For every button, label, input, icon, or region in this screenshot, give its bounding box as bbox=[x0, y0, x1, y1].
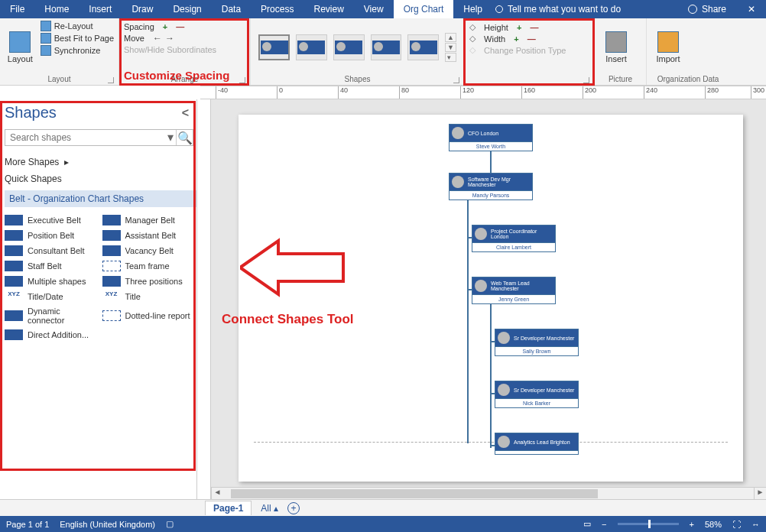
window-close[interactable]: ✕ bbox=[737, 4, 766, 15]
tab-process[interactable]: Process bbox=[251, 0, 303, 18]
status-language[interactable]: English (United Kingdom) bbox=[60, 520, 155, 529]
org-shape[interactable]: Sr Developer ManchesterSally Brown bbox=[495, 329, 579, 356]
org-shape-name: Steve Worth bbox=[450, 141, 532, 151]
tab-home[interactable]: Home bbox=[34, 0, 79, 18]
scroll-left-icon[interactable]: ◄ bbox=[211, 488, 223, 499]
best-fit-button[interactable]: Best Fit to Page bbox=[41, 33, 114, 44]
drawing-canvas[interactable]: CFO LondonSteve WorthSoftware Dev Mgr Ma… bbox=[197, 99, 766, 499]
macro-record-icon[interactable]: ▢ bbox=[166, 519, 174, 529]
presentation-mode-icon[interactable]: ▭ bbox=[583, 519, 591, 529]
relayout-button[interactable]: Re-Layout bbox=[41, 21, 114, 31]
zoom-level[interactable]: 58% bbox=[705, 520, 722, 529]
tab-data[interactable]: Data bbox=[212, 0, 251, 18]
annotation-box-wh bbox=[463, 18, 595, 86]
ribbon-tabs-bar: File Home Insert Draw Design Data Proces… bbox=[0, 0, 766, 18]
annotation-label-connect: Connect Shapes Tool bbox=[222, 312, 354, 327]
bulb-icon bbox=[495, 5, 503, 13]
org-shape[interactable]: CFO LondonSteve Worth bbox=[449, 124, 533, 151]
tab-review[interactable]: Review bbox=[303, 0, 353, 18]
org-shape-title: Software Dev Mgr Manchester bbox=[450, 174, 532, 190]
scroll-right-icon[interactable]: ► bbox=[754, 488, 766, 499]
group-label-picture: Picture bbox=[599, 73, 641, 85]
tell-me-label: Tell me what you want to do bbox=[508, 4, 621, 15]
org-shape[interactable]: Analytics Lead Brighton bbox=[495, 433, 579, 455]
shape-style-5[interactable] bbox=[407, 34, 439, 60]
group-label-shapes: Shapes bbox=[255, 73, 459, 85]
annotation-label-spacing: Customize Spacing bbox=[124, 69, 229, 82]
shape-style-3[interactable] bbox=[333, 34, 365, 60]
layout-button[interactable]: Layout bbox=[5, 21, 36, 73]
tab-draw[interactable]: Draw bbox=[122, 0, 163, 18]
share-button[interactable]: Share bbox=[677, 4, 737, 15]
org-shape-name: Nick Barker bbox=[495, 398, 578, 407]
org-shape[interactable]: Web Team Lead ManchesterJenny Green bbox=[472, 277, 556, 304]
status-bar: Page 1 of 1 English (United Kingdom) ▢ ▭… bbox=[0, 516, 766, 532]
org-shape-name: Mandy Parsons bbox=[450, 190, 532, 200]
fit-width-icon[interactable]: ↔ bbox=[751, 520, 760, 529]
scroll-thumb[interactable] bbox=[231, 489, 598, 498]
org-shape-title: Sr Developer Manchester bbox=[495, 329, 578, 346]
vertical-ruler bbox=[197, 99, 211, 499]
org-shape-title: Analytics Lead Brighton bbox=[495, 433, 578, 450]
layout-dialog-launcher[interactable] bbox=[108, 77, 114, 83]
page-tab-1[interactable]: Page-1 bbox=[205, 501, 252, 515]
tab-file[interactable]: File bbox=[0, 0, 34, 18]
insert-picture-button[interactable]: Insert bbox=[599, 21, 633, 73]
shape-style-2[interactable] bbox=[296, 34, 327, 60]
share-icon bbox=[688, 5, 697, 14]
insert-picture-icon bbox=[605, 31, 627, 53]
ribbon: Layout Re-Layout Best Fit to Page Synchr… bbox=[0, 18, 766, 86]
horizontal-ruler: -40 0 40 80 120 160 200 240 280 300 bbox=[200, 86, 766, 99]
org-shape[interactable]: Project Coordinator LondonClaire Lambert bbox=[472, 225, 556, 252]
org-shape-title: Project Coordinator London bbox=[472, 225, 555, 242]
share-label: Share bbox=[702, 4, 726, 15]
layout-icon bbox=[9, 31, 31, 53]
tell-me[interactable]: Tell me what you want to do bbox=[495, 4, 677, 15]
shape-style-1[interactable] bbox=[258, 34, 290, 60]
org-shape-title: Web Team Lead Manchester bbox=[472, 277, 555, 294]
org-shape-name: Jenny Green bbox=[472, 294, 555, 303]
tab-help[interactable]: Help bbox=[453, 0, 492, 18]
status-page: Page 1 of 1 bbox=[6, 520, 49, 529]
org-shape-name: Sally Brown bbox=[495, 346, 578, 355]
all-pages-button[interactable]: All ▴ bbox=[261, 503, 278, 514]
import-icon bbox=[657, 31, 679, 53]
org-shape-name bbox=[495, 450, 578, 454]
shapes-dialog-launcher[interactable] bbox=[453, 77, 459, 83]
import-button[interactable]: Import bbox=[651, 21, 685, 73]
add-page-button[interactable]: + bbox=[287, 502, 300, 514]
tab-view[interactable]: View bbox=[354, 0, 394, 18]
group-label-layout: Layout bbox=[5, 73, 114, 85]
sync-icon bbox=[41, 45, 51, 56]
org-shape-name: Claire Lambert bbox=[472, 242, 555, 251]
synchronize-button[interactable]: Synchronize bbox=[41, 45, 114, 56]
fit-page-icon[interactable]: ⛶ bbox=[732, 520, 741, 529]
relayout-icon bbox=[41, 21, 51, 31]
group-label-orgdata: Organization Data bbox=[651, 73, 725, 85]
tab-org-chart[interactable]: Org Chart bbox=[394, 0, 454, 18]
annotation-arrow bbox=[240, 237, 347, 298]
shapes-gallery-scroll[interactable]: ▲▼▾ bbox=[445, 33, 456, 62]
page[interactable]: CFO LondonSteve WorthSoftware Dev Mgr Ma… bbox=[239, 115, 743, 482]
horizontal-scrollbar[interactable]: ◄ ► bbox=[211, 487, 766, 499]
org-shape-title: Sr Developer Manchester bbox=[495, 381, 578, 398]
zoom-slider[interactable] bbox=[618, 523, 679, 525]
org-shape[interactable]: Software Dev Mgr ManchesterMandy Parsons bbox=[449, 173, 533, 200]
annotation-box-shapes bbox=[0, 101, 196, 471]
page-tabs: Page-1 All ▴ + bbox=[0, 499, 766, 516]
org-shape-title: CFO London bbox=[450, 125, 532, 141]
org-shape[interactable]: Sr Developer ManchesterNick Barker bbox=[495, 381, 579, 408]
shape-style-4[interactable] bbox=[371, 34, 402, 60]
bestfit-icon bbox=[41, 33, 51, 44]
zoom-out-icon[interactable]: − bbox=[602, 520, 606, 529]
tab-insert[interactable]: Insert bbox=[79, 0, 122, 18]
tab-design[interactable]: Design bbox=[163, 0, 211, 18]
zoom-in-icon[interactable]: + bbox=[690, 520, 694, 529]
